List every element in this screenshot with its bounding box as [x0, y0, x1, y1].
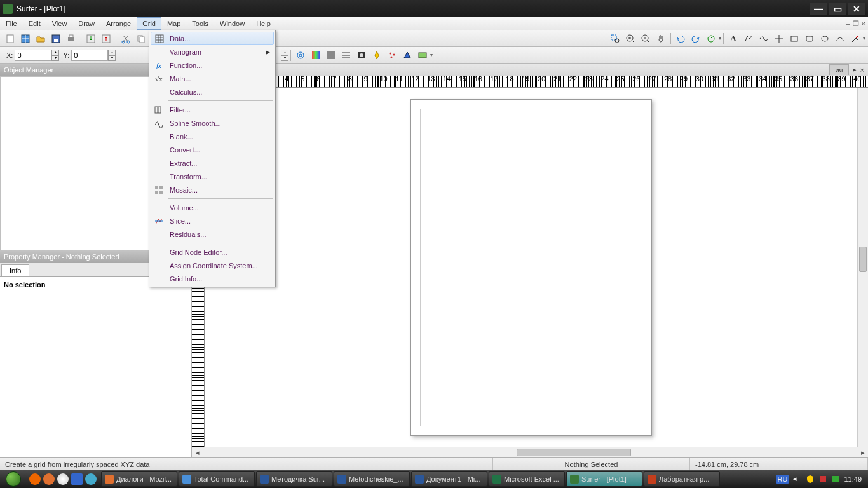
taskbar-item[interactable]: Диалоги - Mozil... [101, 471, 177, 487]
menu-item-grid-info[interactable]: Grid Info... [151, 272, 274, 285]
taskbar-item[interactable]: Документ1 - Mi... [411, 471, 487, 487]
minimize-button[interactable]: — [810, 3, 827, 15]
ellipse-tool[interactable] [818, 32, 832, 46]
save-button[interactable] [49, 32, 63, 46]
text-tool[interactable]: A [726, 32, 740, 46]
map-wireframe-button[interactable] [355, 48, 369, 62]
taskbar-item[interactable]: Лаборатная р... [644, 471, 720, 487]
doc-tab-label[interactable]: ия [829, 64, 848, 75]
clock[interactable]: 11:49 [844, 475, 862, 483]
menu-item-transform[interactable]: Transform... [151, 170, 274, 183]
menu-item-assign-coordinate-system[interactable]: Assign Coordinate System... [151, 259, 274, 272]
x-spin-up[interactable]: ▴ [51, 50, 59, 55]
new-button[interactable] [3, 32, 17, 46]
map-shaded-button[interactable] [324, 48, 338, 62]
menu-item-extract[interactable]: Extract... [151, 156, 274, 170]
copy-button[interactable] [134, 32, 148, 46]
x-input[interactable] [15, 50, 51, 61]
new-worksheet-button[interactable] [18, 32, 32, 46]
menu-arrange[interactable]: Arrange [100, 17, 137, 30]
y-spin-down[interactable]: ▾ [108, 55, 116, 61]
y-input[interactable] [71, 50, 108, 61]
taskbar-item[interactable]: Microsoft Excel ... [489, 471, 565, 487]
menu-item-volume[interactable]: Volume... [151, 201, 274, 214]
map-classed-post-button[interactable] [400, 48, 414, 62]
import-button[interactable] [84, 32, 98, 46]
tray-av-icon[interactable] [831, 475, 840, 484]
map-contour-button[interactable] [294, 48, 308, 62]
menu-help[interactable]: Help [250, 17, 276, 30]
taskbar-item[interactable]: Методичка Sur... [256, 471, 332, 487]
plot-canvas[interactable] [205, 88, 857, 447]
polygon-tool[interactable] [742, 32, 756, 46]
menu-item-data[interactable]: Data... [151, 32, 274, 45]
export-button[interactable] [99, 32, 113, 46]
zoom-in-button[interactable] [623, 32, 637, 46]
menu-view[interactable]: View [46, 17, 73, 30]
menu-file[interactable]: File [0, 17, 23, 30]
menu-grid[interactable]: Grid [137, 17, 161, 30]
doc-tab-scroll-icon[interactable]: ▸ [853, 65, 857, 74]
map-base-button[interactable] [416, 48, 430, 62]
menu-item-math[interactable]: √xMath... [151, 72, 274, 85]
quicklaunch-save-icon[interactable] [71, 473, 83, 485]
map-surface-button[interactable] [370, 48, 384, 62]
menu-item-convert[interactable]: Convert... [151, 143, 274, 156]
open-button[interactable] [34, 32, 48, 46]
taskbar-item[interactable]: Surfer - [Plot1] [566, 471, 642, 487]
tab-info[interactable]: Info [1, 264, 29, 276]
menu-item-spline-smooth[interactable]: Spline Smooth... [151, 116, 274, 130]
start-button[interactable] [1, 470, 25, 488]
cut-button[interactable] [119, 32, 133, 46]
map-vector-button[interactable] [339, 48, 353, 62]
doc-tab-close-icon[interactable]: × [860, 66, 864, 74]
menu-item-blank[interactable]: Blank... [151, 130, 274, 143]
zoom-out-button[interactable] [639, 32, 653, 46]
menu-item-slice[interactable]: Slice... [151, 214, 274, 227]
menu-item-filter[interactable]: Filter... [151, 103, 274, 116]
map-post-button[interactable] [385, 48, 399, 62]
quicklaunch-chrome-icon[interactable] [57, 473, 69, 485]
quicklaunch-firefox-icon[interactable] [43, 473, 55, 485]
menu-map[interactable]: Map [161, 17, 186, 30]
polyline-tool[interactable] [757, 32, 771, 46]
w-spin-up[interactable]: ▴ [281, 50, 288, 55]
point-tool[interactable] [772, 32, 786, 46]
undo-button[interactable] [674, 32, 688, 46]
close-button[interactable]: ✕ [848, 3, 865, 15]
print-button[interactable] [64, 32, 78, 46]
lang-indicator[interactable]: RU [776, 475, 790, 484]
reshape-tool[interactable] [848, 32, 862, 46]
redo-button[interactable] [689, 32, 703, 46]
menu-item-variogram[interactable]: Variogram▶ [151, 45, 274, 58]
tray-arrow-icon[interactable]: ◂ [793, 475, 802, 484]
mdi-restore-icon[interactable]: ❐ [853, 20, 859, 28]
menu-item-mosaic[interactable]: Mosaic... [151, 183, 274, 196]
refresh-button[interactable] [704, 32, 718, 46]
quicklaunch-player-icon[interactable] [29, 473, 41, 485]
menu-edit[interactable]: Edit [23, 17, 46, 30]
menu-tools[interactable]: Tools [186, 17, 214, 30]
menu-draw[interactable]: Draw [72, 17, 100, 30]
tray-flag-icon[interactable] [818, 475, 827, 484]
spline-tool[interactable] [833, 32, 847, 46]
maximize-button[interactable]: ▭ [829, 3, 846, 15]
menu-item-grid-node-editor[interactable]: Grid Node Editor... [151, 245, 274, 259]
vertical-scrollbar[interactable] [857, 88, 868, 447]
tray-shield-icon[interactable] [806, 475, 815, 484]
menu-item-function[interactable]: fxFunction... [151, 58, 274, 72]
scroll-left-icon[interactable]: ◂ [192, 447, 203, 458]
w-spin-down[interactable]: ▾ [281, 55, 288, 61]
map-image-button[interactable] [309, 48, 323, 62]
y-spin-up[interactable]: ▴ [108, 50, 116, 55]
horizontal-scrollbar[interactable]: ◂ ▸ [192, 447, 868, 458]
taskbar-item[interactable]: Metodicheskie_... [334, 471, 410, 487]
pan-button[interactable] [654, 32, 668, 46]
mdi-close-icon[interactable]: × [862, 20, 865, 27]
menu-item-calculus[interactable]: Calculus... [151, 85, 274, 98]
taskbar-item[interactable]: Total Command... [179, 471, 255, 487]
rectangle-tool[interactable] [787, 32, 801, 46]
scroll-right-icon[interactable]: ▸ [857, 447, 868, 458]
mdi-minimize-icon[interactable]: – [846, 20, 850, 27]
menu-window[interactable]: Window [214, 17, 250, 30]
